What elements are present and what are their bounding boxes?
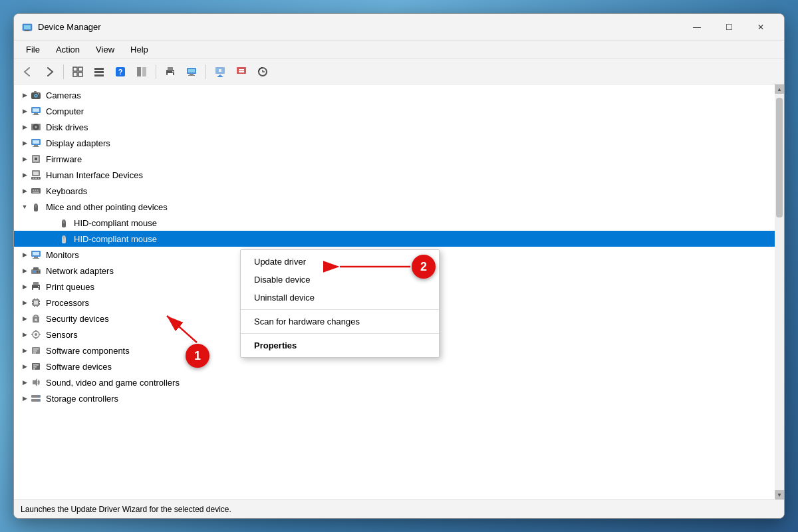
- svg-rect-106: [33, 368, 35, 370]
- networkadapters-icon: [30, 265, 42, 277]
- menu-file[interactable]: File: [19, 43, 47, 57]
- storagecontrollers-label: Storage controllers: [46, 394, 118, 404]
- expand-icon-processors: ▶: [19, 297, 30, 308]
- svg-rect-9: [94, 71, 104, 73]
- cameras-icon: [30, 89, 42, 101]
- keyboards-label: Keyboards: [46, 186, 87, 196]
- svg-rect-67: [33, 252, 39, 255]
- expand-icon-softwarecomponents: ▶: [19, 345, 30, 356]
- toolbar-btn-print[interactable]: [160, 63, 180, 81]
- tree-item-soundvideo[interactable]: ▶ Sound, video and game controllers: [14, 374, 775, 390]
- svg-rect-16: [168, 67, 173, 70]
- svg-rect-21: [190, 74, 194, 75]
- svg-rect-61: [33, 192, 39, 193]
- tree-item-hid-mouse2[interactable]: HID-compliant mouse: [14, 231, 775, 247]
- toolbar-btn-remove[interactable]: [231, 63, 251, 81]
- svg-marker-24: [217, 74, 223, 77]
- forward-button[interactable]: [39, 63, 59, 81]
- tree-item-computer[interactable]: ▶ Computer: [14, 103, 775, 119]
- svg-rect-3: [24, 31, 31, 31]
- tree-item-keyboards[interactable]: ▶ Keyboards: [14, 183, 775, 199]
- svg-rect-100: [33, 348, 39, 350]
- context-menu: Update driver Disable device Uninstall d…: [240, 249, 440, 358]
- tree-item-storagecontrollers[interactable]: ▶ Storage controllers: [14, 390, 775, 406]
- hid-mouse1-icon: [58, 217, 70, 229]
- tree-item-mice[interactable]: ▼ Mice and other pointing devices: [14, 199, 775, 215]
- svg-rect-1: [24, 25, 31, 29]
- svg-point-63: [35, 204, 37, 205]
- toolbar-btn-grid[interactable]: [68, 63, 88, 81]
- svg-rect-68: [34, 257, 38, 258]
- svg-point-109: [38, 396, 39, 397]
- svg-point-42: [35, 126, 37, 128]
- toolbar-sep-3: [205, 65, 206, 79]
- expand-icon-soundvideo: ▶: [19, 377, 30, 388]
- context-menu-uninstall-device[interactable]: Uninstall device: [241, 289, 439, 307]
- svg-rect-74: [39, 271, 40, 273]
- hid-mouse2-label: HID-compliant mouse: [74, 234, 157, 244]
- svg-rect-57: [33, 190, 34, 191]
- tree-item-diskdrives[interactable]: ▶ Disk drives: [14, 119, 775, 135]
- processors-label: Processors: [46, 298, 89, 308]
- menu-help[interactable]: Help: [124, 43, 155, 57]
- annotation-1: 1: [186, 344, 209, 368]
- soundvideo-icon: [30, 376, 42, 388]
- mice-icon: [30, 201, 42, 213]
- expand-icon-computer: ▶: [19, 106, 30, 116]
- svg-rect-72: [35, 271, 36, 273]
- content-area: ▶ Cameras ▶: [14, 84, 784, 499]
- toolbar-btn-scan[interactable]: [253, 63, 273, 81]
- soundvideo-label: Sound, video and game controllers: [46, 378, 180, 388]
- svg-rect-37: [33, 108, 39, 112]
- expand-icon-hid: ▶: [19, 170, 30, 180]
- svg-rect-39: [33, 114, 39, 115]
- expand-icon-diskdrives: ▶: [19, 122, 30, 132]
- toolbar-btn-view[interactable]: [132, 63, 152, 81]
- tree-item-hid-mouse1[interactable]: HID-compliant mouse: [14, 215, 775, 231]
- svg-rect-83: [32, 303, 33, 305]
- svg-rect-51: [33, 172, 39, 175]
- toolbar-btn-list[interactable]: [89, 63, 109, 81]
- toolbar-btn-help[interactable]: ?: [110, 63, 130, 81]
- tree-item-cameras[interactable]: ▶ Cameras: [14, 87, 775, 103]
- svg-rect-14: [142, 67, 146, 76]
- tree-item-firmware[interactable]: ▶ Firmware: [14, 151, 775, 167]
- close-button[interactable]: ✕: [745, 17, 776, 37]
- monitors-label: Monitors: [46, 250, 79, 260]
- toolbar-sep-2: [156, 65, 156, 79]
- svg-rect-38: [34, 113, 38, 114]
- svg-rect-17: [168, 73, 173, 76]
- tree-item-hid[interactable]: ▶ Human Interface Devices: [14, 167, 775, 183]
- svg-point-92: [35, 319, 37, 321]
- context-menu-properties[interactable]: Properties: [241, 336, 439, 354]
- softwaredevices-label: Software devices: [46, 362, 112, 372]
- svg-rect-105: [33, 366, 37, 368]
- svg-rect-22: [188, 75, 195, 76]
- toolbar-btn-add[interactable]: [210, 63, 230, 81]
- context-menu-update-driver[interactable]: Update driver: [241, 253, 439, 271]
- hid-icon: [30, 169, 42, 181]
- scrollbar[interactable]: ▲ ▼: [775, 84, 784, 499]
- tree-item-displayadapters[interactable]: ▶ Display adapters: [14, 135, 775, 151]
- toolbar-btn-computer[interactable]: [182, 63, 201, 81]
- svg-rect-49: [35, 158, 37, 160]
- minimize-button[interactable]: —: [682, 17, 712, 37]
- keyboards-icon: [30, 185, 42, 197]
- menu-action[interactable]: Action: [49, 43, 86, 57]
- networkadapters-label: Network adapters: [46, 266, 114, 276]
- context-menu-scan-changes[interactable]: Scan for hardware changes: [241, 313, 439, 331]
- expand-icon-sensors: ▶: [19, 329, 30, 340]
- svg-rect-85: [39, 303, 40, 305]
- svg-rect-58: [35, 190, 36, 191]
- tree-item-softwaredevices[interactable]: ▶ Software devices: [14, 358, 775, 374]
- menu-view[interactable]: View: [89, 43, 121, 57]
- softwaredevices-icon: [30, 360, 42, 372]
- svg-rect-60: [39, 190, 39, 191]
- processors-icon: [30, 297, 42, 309]
- back-button[interactable]: [18, 63, 38, 81]
- expand-icon-monitors: ▶: [19, 249, 30, 260]
- maximize-button[interactable]: ☐: [714, 17, 744, 37]
- svg-rect-34: [34, 91, 37, 93]
- diskdrives-label: Disk drives: [46, 122, 88, 132]
- context-menu-disable-device[interactable]: Disable device: [241, 271, 439, 289]
